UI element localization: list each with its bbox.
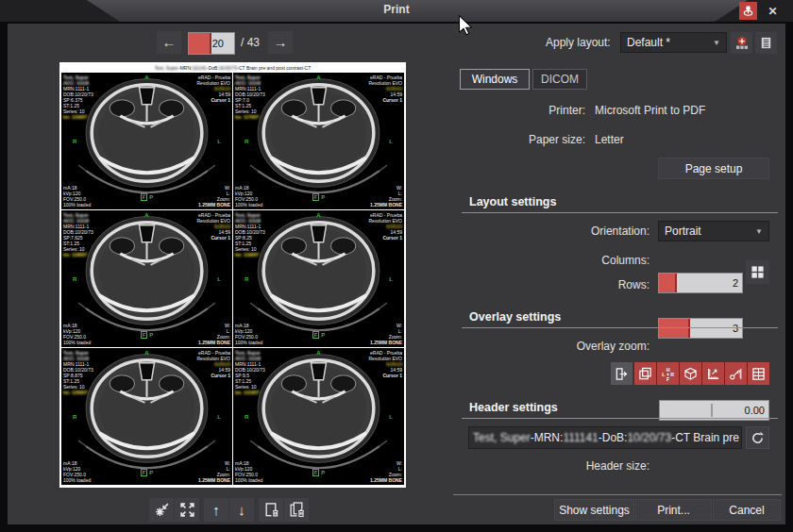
preview-cell[interactable]: Test, Super ACC: 11118 MRN:1111-1 DOB:10… bbox=[233, 348, 404, 485]
move-page-down-button[interactable]: ↓ bbox=[229, 498, 254, 522]
rows-label: Rows: bbox=[574, 278, 650, 291]
stack-icon bbox=[638, 367, 652, 381]
preview-grid: Test, Super ACC: 11118 MRN:1111-1 DOB:10… bbox=[61, 73, 404, 485]
pin-button[interactable] bbox=[739, 2, 757, 20]
preview-cell[interactable]: Test, Super ACC: 11118 MRN:1111-1 DOB:10… bbox=[61, 210, 232, 347]
title-bar: Print ✕ bbox=[0, 0, 793, 22]
overlay-orientation-letters-button[interactable]: H L R F bbox=[657, 362, 679, 385]
right-arrow-icon: → bbox=[274, 34, 288, 50]
preview-cell[interactable]: Test, Super ACC: 11118 MRN:1111-1 DOB:10… bbox=[233, 210, 404, 347]
tab-dicom[interactable]: DICOM bbox=[532, 69, 587, 90]
orientation-p: FP bbox=[61, 470, 232, 475]
overlay-top-left: Test, Super ACC: 11118 MRN:1111-1 DOB:10… bbox=[63, 75, 93, 120]
rows-value: 3 bbox=[733, 319, 738, 338]
chevron-down-icon: ▼ bbox=[713, 39, 720, 47]
paper-size-value: Letter bbox=[595, 133, 624, 146]
orientation-r: R bbox=[245, 276, 248, 282]
table-grid-icon bbox=[751, 367, 766, 381]
overlay-cube-button[interactable] bbox=[680, 362, 701, 385]
printer-value: Microsoft Print to PDF bbox=[595, 104, 705, 117]
left-arrow-icon: ← bbox=[162, 34, 177, 50]
columns-slider[interactable]: 2 bbox=[658, 273, 743, 293]
header-dob: 10/20/73 bbox=[627, 431, 671, 444]
overlay-top-left: Test, Super ACC: 11118 MRN:1111-1 DOB:10… bbox=[235, 212, 265, 258]
print-dialog: ← 20 / 43 → Apply layout: Default * ▼ Te… bbox=[8, 24, 785, 524]
orientation-letters-icon: H L R F bbox=[661, 367, 675, 381]
orientation-a: A bbox=[61, 212, 232, 218]
next-page-button[interactable]: → bbox=[268, 31, 293, 54]
orientation-l: L bbox=[389, 276, 393, 282]
printer-label: Printer: bbox=[536, 104, 585, 117]
show-settings-button[interactable]: Show settings bbox=[554, 499, 634, 521]
overlay-table-button[interactable] bbox=[748, 362, 769, 385]
delete-page-icon bbox=[263, 502, 279, 518]
orientation-p: FP bbox=[233, 332, 404, 338]
header-size-label: Header size: bbox=[565, 459, 650, 473]
delete-all-pages-icon bbox=[289, 502, 305, 518]
orientation-l: L bbox=[217, 139, 221, 144]
fit-to-window-button[interactable] bbox=[175, 498, 199, 522]
orientation-a: A bbox=[233, 212, 404, 218]
move-page-up-button[interactable]: ↑ bbox=[204, 498, 228, 522]
orientation-a: A bbox=[233, 350, 404, 356]
overlay-stack-button[interactable] bbox=[634, 362, 656, 385]
header-text-input[interactable]: Test, Super-MRN:111141-DoB:10/20/73-CT B… bbox=[468, 426, 742, 449]
print-button[interactable]: Print... bbox=[635, 499, 712, 521]
orientation-a: A bbox=[61, 75, 232, 80]
layout-select-value: Default * bbox=[627, 36, 670, 49]
header-settings-heading: Header settings bbox=[469, 401, 558, 414]
overlay-top-left: Test, Super ACC: 11118 MRN:1111-1 DOB:10… bbox=[63, 212, 93, 258]
page-total-label: / 43 bbox=[241, 36, 260, 49]
header-patient-name: Test, Super bbox=[473, 431, 531, 444]
close-button[interactable]: ✕ bbox=[764, 2, 782, 20]
layout-divider bbox=[462, 212, 778, 213]
pin-icon bbox=[742, 5, 754, 17]
overlay-key-button[interactable] bbox=[725, 362, 747, 385]
cancel-button[interactable]: Cancel bbox=[713, 499, 781, 521]
delete-all-pages-button[interactable] bbox=[284, 498, 309, 522]
orientation-l: L bbox=[389, 414, 393, 420]
overlay-zoom-value: 0.00 bbox=[745, 401, 765, 420]
patient-name: Test, Super bbox=[155, 65, 178, 71]
columns-label: Columns: bbox=[574, 254, 650, 267]
orientation-l: L bbox=[217, 414, 221, 420]
paper-size-label: Paper size: bbox=[517, 133, 585, 146]
orientation-r: R bbox=[245, 414, 248, 420]
footer-divider bbox=[453, 494, 782, 495]
save-layout-button[interactable] bbox=[731, 32, 752, 54]
key-ruler-icon bbox=[729, 367, 743, 381]
delete-page-button[interactable] bbox=[259, 498, 283, 522]
auto-window-button[interactable] bbox=[149, 498, 174, 522]
svg-text:H: H bbox=[666, 367, 670, 373]
page-number-slider[interactable]: 20 bbox=[188, 32, 235, 55]
overlay-toggle-button[interactable] bbox=[611, 362, 633, 385]
svg-text:R: R bbox=[670, 371, 674, 376]
page-slider-fill bbox=[189, 33, 211, 54]
page-setup-button[interactable]: Page setup bbox=[658, 158, 769, 179]
orientation-l: L bbox=[217, 276, 221, 282]
reset-icon bbox=[751, 431, 765, 445]
preview-cell[interactable]: Test, Super ACC: 11118 MRN:1111-1 DOB:10… bbox=[61, 73, 232, 209]
layout-list-button[interactable] bbox=[755, 32, 777, 54]
orientation-p: FP bbox=[61, 194, 232, 200]
previous-page-button[interactable]: ← bbox=[157, 31, 181, 54]
orientation-select[interactable]: Portrait ▼ bbox=[658, 221, 769, 241]
rows-slider[interactable]: 3 bbox=[658, 318, 743, 339]
overlay-top-left: Test, Super ACC: 11118 MRN:1111-1 DOB:10… bbox=[63, 350, 93, 395]
orientation-a: A bbox=[61, 350, 232, 356]
layout-select[interactable]: Default * ▼ bbox=[620, 32, 727, 53]
grid-icon bbox=[751, 265, 765, 279]
expand-icon bbox=[179, 502, 195, 518]
preview-cell[interactable]: Test, Super ACC: 11118 MRN:1111-1 DOB:10… bbox=[233, 73, 404, 209]
columns-value: 2 bbox=[733, 274, 738, 292]
overlay-ruler-button[interactable] bbox=[702, 362, 724, 385]
header-reset-button[interactable] bbox=[746, 426, 769, 449]
orientation-r: R bbox=[73, 414, 76, 420]
up-arrow-icon: ↑ bbox=[212, 502, 220, 518]
preview-cell[interactable]: Test, Super ACC: 11118 MRN:1111-1 DOB:10… bbox=[61, 348, 232, 485]
orientation-cube-icon bbox=[683, 367, 698, 381]
svg-text:F: F bbox=[666, 375, 669, 380]
orientation-label: Orientation: bbox=[574, 224, 650, 238]
grid-preset-button[interactable] bbox=[746, 260, 769, 284]
tab-windows[interactable]: Windows bbox=[460, 69, 530, 90]
